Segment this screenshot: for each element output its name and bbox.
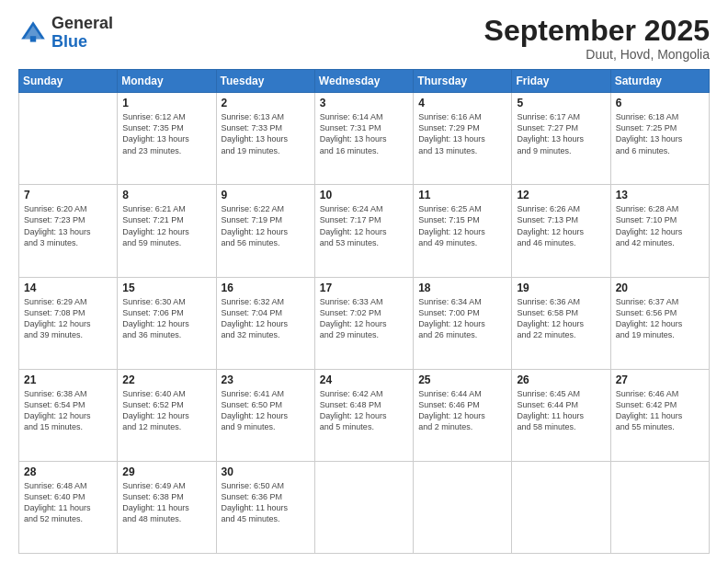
table-cell: 22Sunrise: 6:40 AM Sunset: 6:52 PM Dayli…: [118, 369, 216, 461]
day-number: 21: [24, 373, 112, 386]
table-cell: 21Sunrise: 6:38 AM Sunset: 6:54 PM Dayli…: [19, 369, 118, 461]
logo-text: General Blue: [51, 15, 113, 52]
calendar-table: Sunday Monday Tuesday Wednesday Thursday…: [18, 69, 710, 554]
calendar-week-row: 7Sunrise: 6:20 AM Sunset: 7:23 PM Daylig…: [19, 185, 710, 277]
month-title: September 2025: [484, 15, 710, 47]
day-number: 22: [122, 373, 210, 386]
table-cell: [610, 461, 709, 553]
day-info: Sunrise: 6:25 AM Sunset: 7:15 PM Dayligh…: [418, 203, 506, 248]
day-number: 2: [222, 97, 310, 109]
day-info: Sunrise: 6:18 AM Sunset: 7:25 PM Dayligh…: [616, 111, 704, 156]
day-info: Sunrise: 6:29 AM Sunset: 7:08 PM Dayligh…: [24, 296, 112, 341]
table-cell: 20Sunrise: 6:37 AM Sunset: 6:56 PM Dayli…: [610, 277, 709, 369]
table-cell: 6Sunrise: 6:18 AM Sunset: 7:25 PM Daylig…: [610, 93, 709, 185]
table-cell: 7Sunrise: 6:20 AM Sunset: 7:23 PM Daylig…: [19, 185, 118, 277]
day-info: Sunrise: 6:20 AM Sunset: 7:23 PM Dayligh…: [24, 203, 112, 248]
day-number: 19: [517, 282, 605, 294]
table-cell: 30Sunrise: 6:50 AM Sunset: 6:36 PM Dayli…: [216, 461, 314, 553]
day-number: 8: [122, 189, 210, 201]
day-number: 4: [418, 97, 506, 109]
day-info: Sunrise: 6:24 AM Sunset: 7:17 PM Dayligh…: [320, 203, 408, 248]
day-number: 7: [24, 189, 112, 201]
day-number: 9: [222, 189, 310, 201]
day-info: Sunrise: 6:45 AM Sunset: 6:44 PM Dayligh…: [517, 388, 605, 433]
table-cell: 11Sunrise: 6:25 AM Sunset: 7:15 PM Dayli…: [414, 185, 512, 277]
day-number: 24: [320, 373, 408, 386]
table-cell: 23Sunrise: 6:41 AM Sunset: 6:50 PM Dayli…: [216, 369, 314, 461]
day-number: 11: [418, 189, 506, 201]
table-cell: 14Sunrise: 6:29 AM Sunset: 7:08 PM Dayli…: [19, 277, 118, 369]
day-number: 15: [122, 282, 210, 294]
col-sunday: Sunday: [19, 70, 118, 93]
table-cell: [19, 93, 118, 185]
calendar-week-row: 1Sunrise: 6:12 AM Sunset: 7:35 PM Daylig…: [19, 93, 710, 185]
col-monday: Monday: [118, 70, 216, 93]
table-cell: 5Sunrise: 6:17 AM Sunset: 7:27 PM Daylig…: [512, 93, 610, 185]
day-info: Sunrise: 6:46 AM Sunset: 6:42 PM Dayligh…: [616, 388, 704, 433]
day-number: 10: [320, 189, 408, 201]
day-number: 12: [517, 189, 605, 201]
day-info: Sunrise: 6:38 AM Sunset: 6:54 PM Dayligh…: [24, 388, 112, 433]
day-info: Sunrise: 6:30 AM Sunset: 7:06 PM Dayligh…: [122, 296, 210, 341]
calendar-week-row: 21Sunrise: 6:38 AM Sunset: 6:54 PM Dayli…: [19, 369, 710, 461]
table-cell: 3Sunrise: 6:14 AM Sunset: 7:31 PM Daylig…: [314, 93, 413, 185]
table-cell: 15Sunrise: 6:30 AM Sunset: 7:06 PM Dayli…: [118, 277, 216, 369]
day-number: 17: [320, 282, 408, 294]
day-number: 27: [616, 373, 704, 386]
table-cell: 27Sunrise: 6:46 AM Sunset: 6:42 PM Dayli…: [610, 369, 709, 461]
table-cell: 2Sunrise: 6:13 AM Sunset: 7:33 PM Daylig…: [216, 93, 314, 185]
col-friday: Friday: [512, 70, 610, 93]
table-cell: 17Sunrise: 6:33 AM Sunset: 7:02 PM Dayli…: [314, 277, 413, 369]
table-cell: 26Sunrise: 6:45 AM Sunset: 6:44 PM Dayli…: [512, 369, 610, 461]
day-info: Sunrise: 6:13 AM Sunset: 7:33 PM Dayligh…: [222, 111, 310, 156]
day-number: 28: [24, 465, 112, 478]
header: General Blue September 2025 Duut, Hovd, …: [18, 15, 710, 62]
col-tuesday: Tuesday: [216, 70, 314, 93]
day-info: Sunrise: 6:12 AM Sunset: 7:35 PM Dayligh…: [122, 111, 210, 156]
calendar-header-row: Sunday Monday Tuesday Wednesday Thursday…: [19, 70, 710, 93]
table-cell: 12Sunrise: 6:26 AM Sunset: 7:13 PM Dayli…: [512, 185, 610, 277]
table-cell: 13Sunrise: 6:28 AM Sunset: 7:10 PM Dayli…: [610, 185, 709, 277]
table-cell: 1Sunrise: 6:12 AM Sunset: 7:35 PM Daylig…: [118, 93, 216, 185]
table-cell: 10Sunrise: 6:24 AM Sunset: 7:17 PM Dayli…: [314, 185, 413, 277]
day-info: Sunrise: 6:16 AM Sunset: 7:29 PM Dayligh…: [418, 111, 506, 156]
col-saturday: Saturday: [610, 70, 709, 93]
svg-rect-2: [30, 36, 36, 41]
table-cell: 28Sunrise: 6:48 AM Sunset: 6:40 PM Dayli…: [19, 461, 118, 553]
day-info: Sunrise: 6:48 AM Sunset: 6:40 PM Dayligh…: [24, 480, 112, 525]
col-wednesday: Wednesday: [314, 70, 413, 93]
day-number: 16: [222, 282, 310, 294]
day-info: Sunrise: 6:22 AM Sunset: 7:19 PM Dayligh…: [222, 203, 310, 248]
day-number: 13: [616, 189, 704, 201]
table-cell: 16Sunrise: 6:32 AM Sunset: 7:04 PM Dayli…: [216, 277, 314, 369]
day-info: Sunrise: 6:44 AM Sunset: 6:46 PM Dayligh…: [418, 388, 506, 433]
day-info: Sunrise: 6:49 AM Sunset: 6:38 PM Dayligh…: [122, 480, 210, 525]
day-info: Sunrise: 6:26 AM Sunset: 7:13 PM Dayligh…: [517, 203, 605, 248]
day-number: 18: [418, 282, 506, 294]
table-cell: [512, 461, 610, 553]
table-cell: 9Sunrise: 6:22 AM Sunset: 7:19 PM Daylig…: [216, 185, 314, 277]
table-cell: 25Sunrise: 6:44 AM Sunset: 6:46 PM Dayli…: [414, 369, 512, 461]
day-info: Sunrise: 6:28 AM Sunset: 7:10 PM Dayligh…: [616, 203, 704, 248]
day-number: 25: [418, 373, 506, 386]
logo-general: General: [51, 14, 113, 32]
table-cell: 24Sunrise: 6:42 AM Sunset: 6:48 PM Dayli…: [314, 369, 413, 461]
logo: General Blue: [18, 15, 113, 52]
day-number: 1: [122, 97, 210, 109]
table-cell: 8Sunrise: 6:21 AM Sunset: 7:21 PM Daylig…: [118, 185, 216, 277]
day-info: Sunrise: 6:17 AM Sunset: 7:27 PM Dayligh…: [517, 111, 605, 156]
logo-blue: Blue: [51, 32, 87, 51]
day-info: Sunrise: 6:37 AM Sunset: 6:56 PM Dayligh…: [616, 296, 704, 341]
logo-icon: [18, 18, 48, 48]
day-number: 30: [222, 465, 310, 478]
table-cell: [314, 461, 413, 553]
table-cell: 4Sunrise: 6:16 AM Sunset: 7:29 PM Daylig…: [414, 93, 512, 185]
table-cell: 18Sunrise: 6:34 AM Sunset: 7:00 PM Dayli…: [414, 277, 512, 369]
day-info: Sunrise: 6:42 AM Sunset: 6:48 PM Dayligh…: [320, 388, 408, 433]
subtitle: Duut, Hovd, Mongolia: [484, 47, 710, 62]
day-info: Sunrise: 6:32 AM Sunset: 7:04 PM Dayligh…: [222, 296, 310, 341]
day-info: Sunrise: 6:41 AM Sunset: 6:50 PM Dayligh…: [222, 388, 310, 433]
day-info: Sunrise: 6:21 AM Sunset: 7:21 PM Dayligh…: [122, 203, 210, 248]
day-info: Sunrise: 6:50 AM Sunset: 6:36 PM Dayligh…: [222, 480, 310, 525]
calendar-week-row: 28Sunrise: 6:48 AM Sunset: 6:40 PM Dayli…: [19, 461, 710, 553]
